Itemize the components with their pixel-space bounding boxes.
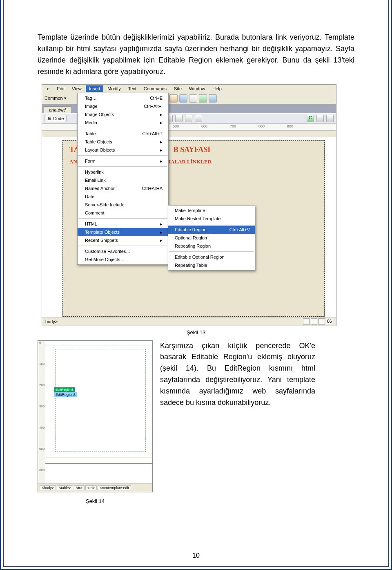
ruler-mark: 300 (39, 405, 45, 408)
menu-item[interactable]: Layout Objects (78, 146, 168, 154)
submenu-item[interactable]: Optional Region (168, 234, 255, 242)
ruler-mark: 100 (39, 362, 45, 366)
menu-item[interactable]: Media (78, 118, 168, 127)
menu-item[interactable]: Table Objects (78, 138, 168, 146)
vertical-ruler: 0100200300400500600 (38, 341, 46, 484)
figure-13-caption: Şekil 13 (38, 329, 354, 335)
menu-item[interactable]: Get More Objects… (78, 255, 168, 264)
menu-item[interactable]: ImageCtrl+Alt+I (78, 102, 168, 110)
tag-selector-item[interactable]: <td> (85, 485, 97, 490)
insert-menu-dropdown[interactable]: Tag…Ctrl+EImageCtrl+Alt+IImage ObjectsMe… (77, 93, 169, 265)
menu-item[interactable]: Email Link (78, 176, 168, 184)
tag-selector-item[interactable]: <body> (40, 485, 56, 490)
toolbar-icon[interactable] (179, 94, 187, 103)
app-menubar: eEditViewInsertModifyTextCommandsSiteWin… (42, 85, 336, 93)
ruler-mark: 900 (287, 124, 293, 128)
menu-item[interactable]: Form (78, 157, 168, 165)
toolbar-icon[interactable] (185, 115, 192, 122)
ruler-mark: 400 (39, 426, 45, 429)
menu-item[interactable]: Tag…Ctrl+E (78, 94, 168, 102)
submenu-item[interactable]: Repeating Table (168, 261, 255, 269)
toolbar-icon[interactable] (175, 115, 183, 122)
refresh-icon[interactable]: C (307, 115, 314, 122)
statusbar: body> 66 (42, 317, 336, 326)
editable-region-label[interactable]: EditRegion3 (54, 392, 77, 397)
zoom-icon[interactable] (318, 318, 325, 325)
figure-14-screenshot: 0100200300400500600 EditRegion1 EditRegi… (38, 340, 153, 492)
menu-view[interactable]: View (69, 85, 85, 92)
menu-item[interactable]: Date (78, 192, 168, 201)
menu-item[interactable]: Comment (78, 209, 168, 217)
menu-insert[interactable]: Insert (86, 85, 104, 92)
menu-e[interactable]: e (44, 85, 53, 92)
menu-item[interactable]: Named AnchorCtrl+Alt+A (78, 184, 168, 192)
menu-item[interactable]: Template Objects (78, 228, 168, 236)
paragraph-intro: Template üzerinde bütün değişkliklerimiz… (38, 32, 354, 78)
menu-help[interactable]: Help (209, 85, 225, 92)
menu-edit[interactable]: Edit (53, 85, 68, 92)
toolbar-icon[interactable] (199, 94, 207, 103)
figure-14-caption: Şekil 14 (38, 498, 153, 504)
menu-window[interactable]: Window (186, 85, 208, 92)
menu-text[interactable]: Text (125, 85, 140, 92)
ruler-mark: 800 (258, 124, 265, 128)
tag-selector-bar: <body><table><tr><td><mmtemplate:edit (38, 483, 152, 492)
hand-icon[interactable] (311, 318, 317, 325)
file-tab[interactable]: ana.dwt* (44, 106, 72, 113)
tag-selector-item[interactable]: <tr> (74, 485, 85, 490)
figure-13-screenshot: eEditViewInsertModifyTextCommandsSiteWin… (42, 84, 336, 326)
submenu-item[interactable]: Make Template (168, 206, 255, 215)
page-heading-right: B SAYFASI (174, 145, 211, 154)
page-number: 10 (1, 552, 391, 559)
submenu-item[interactable]: Make Nested Template (168, 215, 255, 223)
menu-item[interactable]: HTML (78, 220, 168, 228)
ruler-mark: 700 (230, 124, 236, 128)
toolbar-category[interactable]: Common ▾ (45, 96, 67, 101)
menu-item[interactable]: TableCtrl+Alt+T (78, 130, 168, 138)
toolbar-icon[interactable] (195, 115, 202, 122)
menu-item[interactable]: Server-Side Include (78, 201, 168, 209)
menu-item[interactable]: Image Objects (78, 110, 168, 118)
toolbar-icon[interactable] (189, 94, 197, 103)
menu-modify[interactable]: Modify (104, 85, 124, 92)
tag-selector-item[interactable]: <table> (57, 485, 73, 490)
template-objects-submenu[interactable]: Make TemplateMake Nested TemplateEditabl… (168, 205, 255, 270)
toolbar-icon[interactable] (316, 115, 324, 122)
code-view-button[interactable]: 🗎 Code (45, 115, 67, 122)
menu-item[interactable]: Hyperlink (78, 168, 168, 176)
design-canvas: EditRegion1 EditRegion3 (45, 341, 152, 484)
menu-item[interactable]: Customize Favorites… (78, 247, 168, 255)
menu-item[interactable]: Recent Snippets (78, 236, 168, 244)
paragraph-side: Karşımıza çıkan küçük pencerede OK'e bas… (160, 340, 315, 409)
submenu-item[interactable]: Editable Optional Region (168, 253, 255, 261)
ruler-mark: 500 (39, 447, 45, 451)
zoom-value: 66 (326, 319, 333, 324)
ruler-mark: 500 (173, 124, 179, 128)
editable-region-tab[interactable]: EditRegion1 (54, 387, 75, 392)
menu-site[interactable]: Site (171, 85, 185, 92)
toolbar-icon[interactable] (209, 94, 217, 103)
ruler-mark: 200 (39, 383, 45, 387)
tag-selector-item[interactable]: <mmtemplate:edit (98, 485, 131, 490)
ruler-mark: 0 (39, 341, 41, 344)
menu-commands[interactable]: Commands (140, 85, 170, 92)
toolbar-icon[interactable] (169, 94, 178, 103)
submenu-item[interactable]: Editable RegionCtrl+Alt+V (168, 226, 255, 234)
toolbar-icon[interactable] (326, 115, 334, 122)
pointer-icon[interactable] (303, 318, 310, 325)
submenu-item[interactable]: Repeating Region (168, 242, 255, 250)
tag-selector[interactable]: body> (45, 319, 58, 324)
ruler-mark: 600 (201, 124, 207, 128)
ruler-mark: 600 (39, 468, 45, 472)
